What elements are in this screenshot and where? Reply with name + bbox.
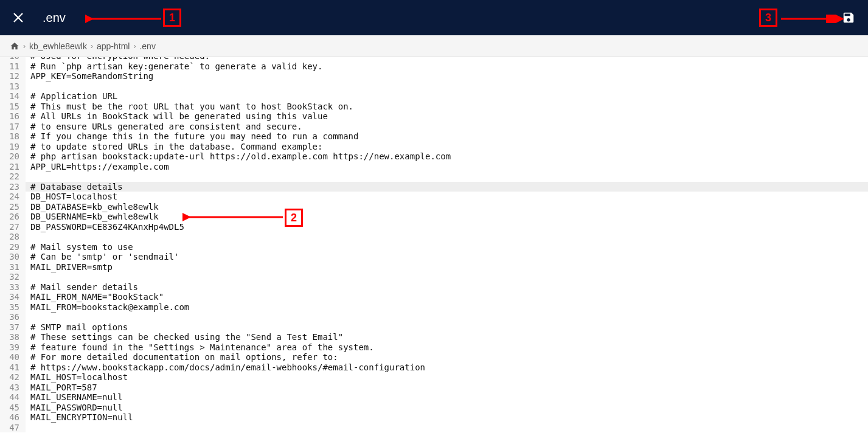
line-content[interactable]: DB_HOST=localhost [26,192,117,202]
code-line[interactable]: 40# For more detailed documentation on m… [0,352,868,362]
line-content[interactable]: # This must be the root URL that you wan… [26,102,353,112]
line-content[interactable]: # Mail sender details [26,282,138,293]
code-line[interactable]: 28 [0,232,868,242]
line-content[interactable]: # feature found in the "Settings > Maint… [26,342,374,353]
line-content[interactable]: MAIL_FROM=bookstack@example.com [26,302,189,313]
line-content[interactable]: # Can be 'smtp' or 'sendmail' [26,252,179,262]
line-number: 34 [0,292,26,302]
line-number: 39 [0,342,26,353]
code-line[interactable]: 44MAIL_USERNAME=null [0,392,868,403]
line-number: 23 [0,182,26,192]
breadcrumb-item[interactable]: app-html [97,41,130,51]
code-line[interactable]: 34MAIL_FROM_NAME="BookStack" [0,292,868,302]
line-number: 42 [0,372,26,383]
line-number: 47 [0,423,26,433]
line-content[interactable]: MAIL_PORT=587 [26,383,97,393]
line-content[interactable]: # https://www.bookstackapp.com/docs/admi… [26,362,425,373]
breadcrumb-item[interactable]: .env [139,41,155,51]
code-line[interactable]: 26DB_USERNAME=kb_ewhle8ewlk [0,212,868,222]
line-content[interactable]: DB_DATABASE=kb_ewhle8ewlk [26,202,159,212]
line-content[interactable]: MAIL_HOST=localhost [26,372,128,383]
line-number: 16 [0,111,26,122]
code-line[interactable]: 25DB_DATABASE=kb_ewhle8ewlk [0,202,868,212]
code-line[interactable]: 39# feature found in the "Settings > Mai… [0,342,868,353]
code-line[interactable]: 23# Database details [0,182,868,192]
code-line[interactable]: 32 [0,272,868,282]
line-content[interactable]: # All URLs in BookStack will be generate… [26,111,328,122]
line-number: 19 [0,142,26,152]
code-line[interactable]: 16# All URLs in BookStack will be genera… [0,111,868,122]
code-line[interactable]: 47 [0,423,868,433]
line-content[interactable]: DB_PASSWORD=CE836Z4KAnxHp4wDL5 [26,222,184,232]
chevron-right-icon: › [91,42,93,50]
line-content[interactable] [26,81,30,92]
home-icon[interactable] [10,41,19,51]
code-line[interactable]: 21APP_URL=https://example.com [0,162,868,172]
line-content[interactable] [26,423,30,433]
line-content[interactable] [26,272,30,282]
code-line[interactable]: 42MAIL_HOST=localhost [0,372,868,383]
close-icon[interactable] [12,12,24,24]
line-number: 14 [0,91,26,102]
code-line[interactable]: 30# Can be 'smtp' or 'sendmail' [0,252,868,262]
line-content[interactable] [26,232,30,242]
line-content[interactable]: # Mail system to use [26,242,133,252]
line-content[interactable]: MAIL_USERNAME=null [26,392,123,403]
line-content[interactable]: # to update stored URLs in the database.… [26,142,322,152]
line-content[interactable]: # to ensure URLs generated are consisten… [26,122,302,132]
line-number: 43 [0,383,26,393]
line-content[interactable]: # php artisan bookstack:update-url https… [26,151,451,162]
line-content[interactable]: # If you change this in the future you m… [26,131,358,142]
line-number: 17 [0,122,26,132]
chevron-right-icon: › [133,42,136,50]
line-number: 38 [0,332,26,342]
line-content[interactable]: MAIL_FROM_NAME="BookStack" [26,292,164,302]
code-line[interactable]: 12APP_KEY=SomeRandomString [0,71,868,81]
line-content[interactable]: # For more detailed documentation on mai… [26,352,338,362]
line-number: 22 [0,171,26,182]
code-line[interactable]: 13 [0,81,868,92]
code-line[interactable]: 20# php artisan bookstack:update-url htt… [0,151,868,162]
line-content[interactable]: # These settings can be checked using th… [26,332,343,342]
line-content[interactable]: DB_USERNAME=kb_ewhle8ewlk [26,212,159,222]
code-line[interactable]: 46MAIL_ENCRYPTION=null [0,412,868,423]
code-line[interactable]: 31MAIL_DRIVER=smtp [0,262,868,272]
code-editor[interactable]: 10# Used for encryption where needed.11#… [0,57,868,433]
file-title: .env [43,11,66,25]
code-line[interactable]: 27DB_PASSWORD=CE836Z4KAnxHp4wDL5 [0,222,868,232]
code-line[interactable]: 43MAIL_PORT=587 [0,383,868,393]
code-line[interactable]: 45MAIL_PASSWORD=null [0,403,868,413]
line-content[interactable]: MAIL_ENCRYPTION=null [26,412,133,423]
line-content[interactable]: APP_URL=https://example.com [26,162,169,172]
code-line[interactable]: 11# Run `php artisan key:generate` to ge… [0,61,868,72]
line-content[interactable]: # Database details [26,182,123,192]
code-line[interactable]: 18# If you change this in the future you… [0,131,868,142]
line-content[interactable]: MAIL_PASSWORD=null [26,403,123,413]
code-line[interactable]: 36 [0,312,868,322]
line-number: 18 [0,131,26,142]
code-line[interactable]: 17# to ensure URLs generated are consist… [0,122,868,132]
code-line[interactable]: 35MAIL_FROM=bookstack@example.com [0,302,868,313]
line-content[interactable]: # Application URL [26,91,117,102]
code-line[interactable]: 19# to update stored URLs in the databas… [0,142,868,152]
code-line[interactable]: 15# This must be the root URL that you w… [0,102,868,112]
code-line[interactable]: 22 [0,171,868,182]
code-line[interactable]: 38# These settings can be checked using … [0,332,868,342]
code-line[interactable]: 29# Mail system to use [0,242,868,252]
line-content[interactable]: APP_KEY=SomeRandomString [26,71,153,81]
code-line[interactable]: 37# SMTP mail options [0,322,868,333]
line-content[interactable] [26,312,30,322]
code-line[interactable]: 14# Application URL [0,91,868,102]
code-line[interactable]: 33# Mail sender details [0,282,868,293]
code-line[interactable]: 24DB_HOST=localhost [0,192,868,202]
line-content[interactable]: # Run `php artisan key:generate` to gene… [26,61,322,72]
line-content[interactable] [26,171,30,182]
line-content[interactable]: MAIL_DRIVER=smtp [26,262,113,272]
code-line[interactable]: 41# https://www.bookstackapp.com/docs/ad… [0,362,868,373]
save-icon[interactable] [841,10,856,25]
line-number: 15 [0,102,26,112]
breadcrumb-item[interactable]: kb_ewhle8ewlk [29,41,87,51]
line-number: 26 [0,212,26,222]
line-number: 28 [0,232,26,242]
line-content[interactable]: # SMTP mail options [26,322,128,333]
